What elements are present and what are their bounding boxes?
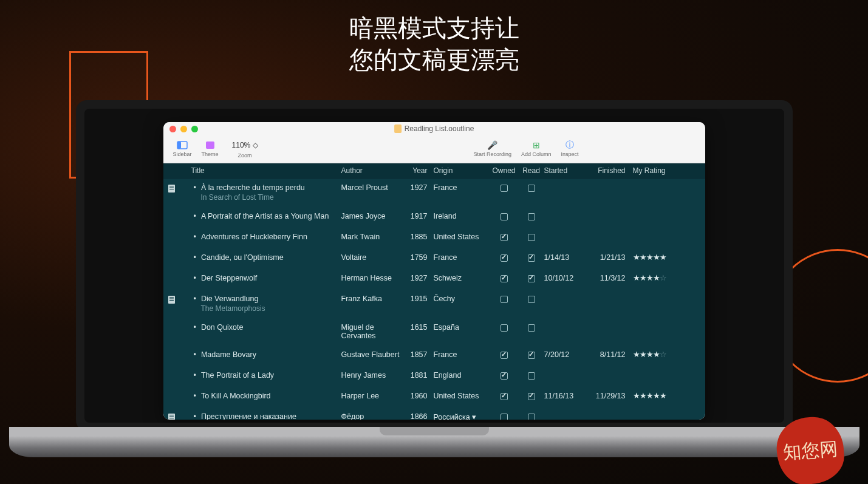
row-year[interactable]: 1917 — [407, 210, 431, 222]
read-checkbox[interactable] — [528, 372, 535, 380]
col-origin[interactable]: Origin — [431, 163, 490, 178]
row-finished[interactable] — [587, 210, 630, 214]
row-started[interactable] — [544, 369, 587, 373]
row-year[interactable]: 1881 — [407, 369, 431, 381]
row-origin[interactable]: Čechy — [431, 293, 490, 305]
row-author[interactable]: Voltaire — [341, 251, 407, 264]
row-title[interactable]: To Kill A Mockingbird — [191, 392, 341, 400]
row-finished[interactable] — [587, 369, 630, 373]
owned-checkbox[interactable] — [501, 254, 508, 262]
read-checkbox[interactable] — [528, 213, 535, 220]
read-checkbox[interactable] — [528, 414, 535, 420]
col-author[interactable]: Author — [341, 163, 407, 178]
read-checkbox[interactable] — [528, 275, 535, 282]
row-started[interactable] — [544, 231, 587, 234]
row-year[interactable]: 1915 — [407, 293, 431, 305]
row-rating[interactable]: ★★★★☆ — [630, 349, 686, 361]
row-finished[interactable] — [587, 231, 630, 234]
row-started[interactable] — [544, 182, 587, 185]
zoom-value[interactable]: 110% ◇ — [228, 140, 262, 151]
row-author[interactable]: James Joyce — [341, 210, 407, 222]
row-title[interactable]: A Portrait of the Artist as a Young Man — [191, 212, 341, 220]
table-row[interactable]: A Portrait of the Artist as a Young ManJ… — [163, 207, 705, 228]
col-finished[interactable]: Finished — [587, 163, 630, 178]
table-row[interactable]: Adventures of Huckleberry FinnMark Twain… — [163, 228, 705, 248]
row-started[interactable] — [544, 321, 587, 325]
table-row[interactable]: Don QuixoteMiguel de Cervantes1615España — [163, 318, 705, 346]
table-row[interactable]: Candide, ou l'OptimismeVoltaire1759Franc… — [163, 248, 705, 269]
row-finished[interactable]: 11/29/13 — [587, 390, 630, 402]
row-title[interactable]: Die Verwandlung — [191, 295, 341, 303]
row-origin[interactable]: España — [431, 321, 490, 333]
row-rating[interactable]: ★★★★★ — [630, 390, 686, 402]
read-checkbox[interactable] — [528, 185, 535, 192]
owned-checkbox[interactable] — [501, 393, 508, 400]
row-rating[interactable] — [630, 231, 686, 234]
row-year[interactable]: 1885 — [407, 231, 431, 243]
table-row[interactable]: Преступление и наказаниеФёдор1866Российс… — [163, 407, 705, 420]
col-owned[interactable]: Owned — [490, 163, 519, 178]
row-year[interactable]: 1759 — [407, 251, 431, 264]
row-author[interactable]: Miguel de Cervantes — [341, 321, 407, 342]
row-author[interactable]: Franz Kafka — [341, 293, 407, 305]
row-started[interactable]: 7/20/12 — [544, 349, 587, 361]
row-origin[interactable]: Российска ▾ — [431, 411, 490, 420]
table-row[interactable]: To Kill A MockingbirdHarper Lee1960Unite… — [163, 387, 705, 407]
search-field[interactable]: 🔍 — [601, 122, 695, 191]
row-year[interactable]: 1927 — [407, 272, 431, 284]
row-title[interactable]: Adventures of Huckleberry Finn — [191, 233, 341, 241]
row-author[interactable]: Marcel Proust — [341, 182, 407, 194]
row-year[interactable]: 1866 — [407, 411, 431, 420]
row-finished[interactable] — [587, 411, 630, 414]
owned-checkbox[interactable] — [501, 414, 508, 420]
read-checkbox[interactable] — [528, 296, 535, 303]
read-checkbox[interactable] — [528, 324, 535, 332]
row-title[interactable]: À la recherche du temps perdu — [191, 183, 341, 192]
col-title[interactable]: Title — [180, 163, 341, 178]
row-finished[interactable]: 1/21/13 — [587, 251, 630, 264]
row-author[interactable]: Фёдор — [341, 411, 407, 420]
row-title[interactable]: Der Steppenwolf — [191, 274, 341, 282]
row-title[interactable]: Madame Bovary — [191, 350, 341, 359]
row-author[interactable]: Gustave Flaubert — [341, 349, 407, 361]
table-row[interactable]: Madame BovaryGustave Flaubert1857France7… — [163, 346, 705, 366]
inspect-button[interactable]: ⓘ Inspect — [556, 141, 583, 157]
table-row[interactable]: Die VerwandlungThe MetamorphosisFranz Ka… — [163, 290, 705, 318]
row-origin[interactable]: France — [431, 251, 490, 264]
col-year[interactable]: Year — [407, 163, 431, 178]
outline-table[interactable]: Title Author Year Origin Owned Read Star… — [163, 163, 705, 420]
row-origin[interactable]: United States — [431, 231, 490, 243]
owned-checkbox[interactable] — [501, 234, 508, 241]
row-author[interactable]: Herman Hesse — [341, 272, 407, 284]
row-started[interactable]: 10/10/12 — [544, 272, 587, 284]
row-rating[interactable]: ★★★★☆ — [630, 272, 686, 284]
sidebar-toggle[interactable]: Sidebar — [168, 141, 197, 157]
note-icon[interactable] — [168, 296, 175, 304]
owned-checkbox[interactable] — [501, 324, 508, 332]
row-finished[interactable]: 11/3/12 — [587, 272, 630, 284]
row-title[interactable]: Candide, ou l'Optimisme — [191, 253, 341, 262]
theme-button[interactable]: Theme — [197, 141, 224, 157]
read-checkbox[interactable] — [528, 254, 535, 262]
row-started[interactable]: 1/14/13 — [544, 251, 587, 264]
row-year[interactable]: 1960 — [407, 390, 431, 402]
col-read[interactable]: Read — [519, 163, 544, 178]
row-origin[interactable]: Ireland — [431, 210, 490, 222]
row-rating[interactable] — [630, 210, 686, 214]
row-origin[interactable]: France — [431, 349, 490, 361]
row-title[interactable]: Преступление и наказание — [191, 412, 341, 420]
row-title[interactable]: Don Quixote — [191, 323, 341, 332]
row-rating[interactable] — [630, 293, 686, 296]
owned-checkbox[interactable] — [501, 213, 508, 220]
table-row[interactable]: The Portrait of a LadyHenry James1881Eng… — [163, 366, 705, 387]
row-year[interactable]: 1927 — [407, 182, 431, 194]
add-column-button[interactable]: ⊞ Add Column — [516, 141, 556, 157]
row-rating[interactable]: ★★★★★ — [630, 251, 686, 264]
owned-checkbox[interactable] — [501, 372, 508, 380]
row-finished[interactable] — [587, 293, 630, 296]
row-origin[interactable]: United States — [431, 390, 490, 402]
row-started[interactable] — [544, 210, 587, 214]
row-started[interactable] — [544, 411, 587, 414]
note-icon[interactable] — [168, 414, 175, 420]
row-rating[interactable] — [630, 411, 686, 414]
